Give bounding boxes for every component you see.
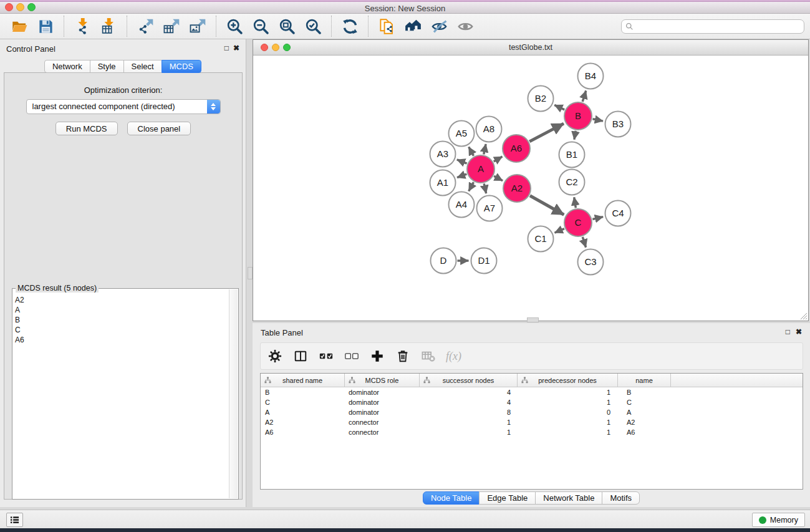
destroy-table-icon[interactable] xyxy=(420,348,436,364)
show-all-icon[interactable] xyxy=(454,16,476,37)
table-cell[interactable]: A2 xyxy=(618,417,671,427)
table-cell[interactable]: C xyxy=(261,397,345,407)
network-document-icon[interactable] xyxy=(375,16,398,37)
table-cell[interactable]: A2 xyxy=(261,417,345,427)
edge-A-A4[interactable] xyxy=(469,182,474,191)
open-file-icon[interactable] xyxy=(8,16,31,37)
table-cell[interactable]: connector xyxy=(345,427,420,437)
delete-columns-icon[interactable] xyxy=(395,348,411,364)
table-cell[interactable]: B xyxy=(261,387,345,397)
edge-C-C4[interactable] xyxy=(592,217,603,220)
network-canvas[interactable]: B4B2BB3A5A8A6A3B1AA1C2A2A4A7C4CC1C3DD1 xyxy=(253,56,808,321)
table-cell[interactable]: connector xyxy=(345,417,420,427)
edge-A-A1[interactable] xyxy=(457,174,466,178)
add-column-icon[interactable] xyxy=(369,348,385,364)
zoom-fit-icon[interactable] xyxy=(276,16,298,37)
table-cell[interactable]: 4 xyxy=(420,387,518,397)
edge-A6-B[interactable] xyxy=(529,123,564,142)
criterion-dropdown[interactable]: largest connected component (directed) xyxy=(26,99,221,114)
table-cell[interactable]: 4 xyxy=(420,397,518,407)
table-cell[interactable]: A6 xyxy=(618,427,671,437)
tab-motifs[interactable]: Motifs xyxy=(602,491,640,505)
column-header-successor-nodes[interactable]: successor nodes xyxy=(420,374,518,387)
edge-C-C1[interactable] xyxy=(554,229,564,233)
table-cell[interactable]: A xyxy=(618,407,671,417)
float-panel-icon[interactable]: □ xyxy=(224,44,229,52)
mcds-result-item[interactable]: C xyxy=(15,325,238,335)
table-cell[interactable]: 1 xyxy=(518,397,618,407)
edge-B-B1[interactable] xyxy=(574,131,576,140)
function-builder-icon[interactable]: f(x) xyxy=(446,348,461,364)
column-header-MCDS-role[interactable]: MCDS role xyxy=(345,374,420,387)
resize-grip-icon[interactable] xyxy=(799,312,808,320)
table-row[interactable]: A2connector11A2 xyxy=(261,417,803,427)
table-cell[interactable]: dominator xyxy=(345,397,420,407)
hide-unselected-icon[interactable] xyxy=(428,16,450,37)
unselect-all-columns-icon[interactable] xyxy=(344,348,360,364)
table-cell[interactable]: 1 xyxy=(518,417,618,427)
import-network-icon[interactable] xyxy=(71,16,94,37)
edge-B-B2[interactable] xyxy=(554,105,564,109)
table-cell[interactable]: dominator xyxy=(345,387,420,397)
result-scrollbar[interactable] xyxy=(229,289,238,498)
edge-C-C3[interactable] xyxy=(582,237,586,248)
network-window-titlebar[interactable]: testGlobe.txt xyxy=(253,40,808,56)
mcds-result-item[interactable]: A2 xyxy=(15,295,238,305)
home-icon[interactable] xyxy=(402,16,424,37)
splitter-handle-horizontal[interactable] xyxy=(527,317,539,322)
zoom-in-icon[interactable] xyxy=(223,16,246,37)
edge-A-A2[interactable] xyxy=(494,176,503,180)
table-settings-icon[interactable] xyxy=(267,348,283,364)
tab-select[interactable]: Select xyxy=(123,60,162,73)
show-columns-icon[interactable] xyxy=(292,348,309,364)
edge-A-A8[interactable] xyxy=(484,144,486,154)
edge-A-A7[interactable] xyxy=(484,183,486,193)
table-cell[interactable]: dominator xyxy=(345,407,420,417)
edge-B-B3[interactable] xyxy=(593,119,603,121)
column-header-shared-name[interactable]: shared name xyxy=(261,374,345,387)
tab-style[interactable]: Style xyxy=(90,60,124,73)
splitter-handle-vertical[interactable] xyxy=(248,267,253,279)
search-input[interactable] xyxy=(621,19,804,34)
table-row[interactable]: Cdominator41C xyxy=(261,397,803,407)
edge-A-A5[interactable] xyxy=(469,147,474,156)
export-network-icon[interactable] xyxy=(134,16,157,37)
table-cell[interactable]: 1 xyxy=(518,427,618,437)
column-header-predecessor-nodes[interactable]: predecessor nodes xyxy=(518,374,618,387)
close-panel-icon[interactable]: ✖ xyxy=(233,44,239,52)
table-cell[interactable]: 1 xyxy=(420,417,518,427)
tab-edge-table[interactable]: Edge Table xyxy=(479,491,536,505)
float-table-panel-icon[interactable]: □ xyxy=(786,327,790,336)
tab-network[interactable]: Network xyxy=(44,60,90,73)
edge-A-A3[interactable] xyxy=(457,160,467,163)
edge-A-A6[interactable] xyxy=(494,157,503,162)
export-image-icon[interactable] xyxy=(186,16,209,37)
mcds-result-item[interactable]: A6 xyxy=(15,335,238,345)
close-table-panel-icon[interactable]: ✖ xyxy=(796,327,802,336)
table-cell[interactable]: A xyxy=(261,407,345,417)
table-cell[interactable]: 1 xyxy=(518,387,618,397)
run-mcds-button[interactable]: Run MCDS xyxy=(55,122,118,135)
table-cell[interactable]: A6 xyxy=(261,427,345,437)
table-row[interactable]: Adominator80A xyxy=(261,407,803,417)
task-history-button[interactable] xyxy=(6,513,23,527)
import-table-icon[interactable] xyxy=(97,16,120,37)
zoom-selected-icon[interactable] xyxy=(302,16,324,37)
table-row[interactable]: A6connector11A6 xyxy=(261,427,803,437)
table-cell[interactable]: C xyxy=(618,397,671,407)
mcds-result-item[interactable]: B xyxy=(15,315,238,325)
tab-mcds[interactable]: MCDS xyxy=(162,60,201,73)
mcds-result-item[interactable]: A xyxy=(15,305,238,315)
table-cell[interactable]: 0 xyxy=(518,407,618,417)
export-table-icon[interactable] xyxy=(160,16,183,37)
table-cell[interactable]: 1 xyxy=(420,427,518,437)
save-session-icon[interactable] xyxy=(34,16,57,37)
edge-B-B4[interactable] xyxy=(582,90,586,102)
column-header-name[interactable]: name xyxy=(618,374,671,387)
table-row[interactable]: Bdominator41B xyxy=(261,387,803,397)
table-cell[interactable]: B xyxy=(618,387,671,397)
zoom-out-icon[interactable] xyxy=(249,16,272,37)
refresh-view-icon[interactable] xyxy=(339,16,361,37)
close-panel-button[interactable]: Close panel xyxy=(127,122,191,135)
select-all-columns-icon[interactable] xyxy=(318,348,334,364)
